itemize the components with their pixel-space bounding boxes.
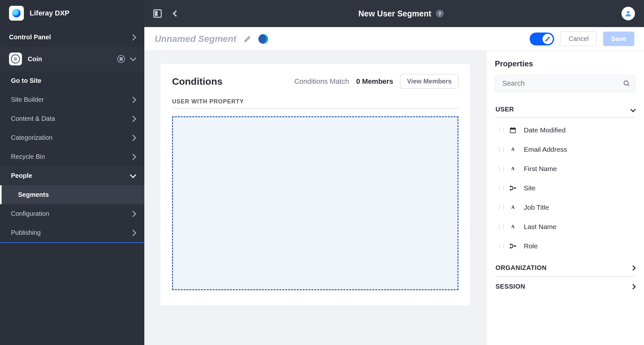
- nav-item-label: People: [11, 172, 32, 179]
- nav-segments[interactable]: Segments: [0, 185, 144, 204]
- text-type-icon: A: [508, 222, 517, 231]
- drag-handle-icon: [497, 187, 502, 189]
- toggle-sidebar-button[interactable]: [153, 8, 164, 19]
- prop-label: Date Modified: [524, 126, 566, 134]
- help-icon[interactable]: ?: [436, 10, 444, 17]
- drag-handle-icon: [497, 168, 502, 170]
- conditions-drop-zone[interactable]: [172, 116, 458, 290]
- nav-control-panel-label: Control Panel: [9, 34, 51, 41]
- text-type-icon: A: [508, 145, 517, 154]
- nav-publishing[interactable]: Publishing: [0, 223, 144, 242]
- svg-point-0: [624, 81, 628, 85]
- prop-site[interactable]: Site: [495, 178, 636, 198]
- user-avatar[interactable]: [621, 7, 635, 20]
- prop-label: First Name: [524, 165, 557, 173]
- nav-site-builder[interactable]: Site Builder: [0, 90, 144, 109]
- compass-icon: [117, 55, 125, 63]
- save-button[interactable]: Save: [603, 32, 634, 46]
- nav-people[interactable]: People: [0, 166, 144, 185]
- conditions-card: Conditions Conditions Match 0 Members Vi…: [160, 64, 470, 306]
- prop-last-name[interactable]: A Last Name: [495, 217, 636, 236]
- chevron-down-icon: [130, 172, 136, 178]
- conditions-member-count: 0 Members: [356, 77, 393, 86]
- nav-item-label: Recycle Bin: [11, 153, 45, 160]
- nav-go-to-site[interactable]: Go to Site: [0, 71, 144, 90]
- relation-icon: [508, 242, 517, 251]
- prop-first-name[interactable]: A First Name: [495, 159, 636, 178]
- nav-go-to-site-label: Go to Site: [11, 77, 41, 84]
- svg-rect-11: [514, 245, 516, 247]
- prop-label: Job Title: [524, 204, 549, 211]
- chevron-left-icon: [173, 10, 179, 17]
- nav-item-label: Site Builder: [11, 96, 44, 103]
- text-type-icon: A: [508, 164, 517, 173]
- chevron-right-icon: [130, 116, 136, 122]
- nav-recycle-bin[interactable]: Recycle Bin: [0, 147, 144, 166]
- drag-handle-icon: [497, 149, 502, 150]
- conditions-work-area: Conditions Conditions Match 0 Members Vi…: [144, 51, 486, 345]
- svg-rect-6: [510, 186, 512, 187]
- chevron-right-icon: [130, 211, 136, 217]
- nav-control-panel[interactable]: Control Panel: [0, 28, 144, 47]
- segment-title-row: Unnamed Segment Cancel Save: [144, 27, 644, 51]
- prop-group-label: USER: [495, 106, 514, 113]
- nav-categorization[interactable]: Categorization: [0, 128, 144, 147]
- edit-name-button[interactable]: [243, 34, 252, 43]
- locale-flag-icon[interactable]: [258, 34, 268, 44]
- prop-group-organization[interactable]: ORGANIZATION: [495, 260, 636, 276]
- conditions-heading: Conditions: [172, 76, 223, 87]
- svg-rect-7: [510, 189, 512, 191]
- text-type-icon: A: [508, 203, 517, 212]
- sidebar: Liferay DXP Control Panel Coin Go to Sit…: [0, 0, 144, 345]
- prop-email-address[interactable]: A Email Address: [495, 140, 636, 159]
- nav-item-label: Segments: [18, 191, 49, 198]
- sidebar-accent-line: [0, 242, 144, 243]
- prop-date-modified[interactable]: Date Modified: [495, 120, 636, 140]
- nav-item-label: Categorization: [11, 134, 53, 141]
- search-icon: [623, 80, 630, 87]
- drag-handle-icon: [497, 226, 502, 228]
- nav-people-children: Segments: [0, 185, 144, 204]
- conditions-match-label: Conditions Match: [294, 77, 349, 86]
- nav-site-name: Coin: [28, 55, 42, 63]
- prop-label: Email Address: [524, 146, 567, 153]
- active-toggle[interactable]: [530, 33, 554, 45]
- prop-label: Last Name: [524, 223, 557, 231]
- page-title: New User Segment: [358, 9, 431, 18]
- brand-row[interactable]: Liferay DXP: [0, 0, 144, 28]
- prop-job-title[interactable]: A Job Title: [495, 198, 636, 217]
- nav-item-label: Publishing: [11, 229, 41, 236]
- chevron-right-icon: [630, 265, 636, 271]
- svg-rect-8: [514, 187, 516, 189]
- prop-group-label: SESSION: [495, 283, 525, 290]
- user-icon: [624, 10, 632, 17]
- prop-group-user-items: Date Modified A Email Address A First Na…: [495, 118, 636, 258]
- segment-name[interactable]: Unnamed Segment: [155, 34, 236, 44]
- prop-group-user[interactable]: USER: [495, 101, 636, 118]
- compass-icon: [9, 53, 22, 65]
- pencil-icon: [545, 36, 551, 42]
- prop-group-session[interactable]: SESSION: [495, 278, 636, 295]
- svg-rect-4: [511, 127, 512, 129]
- nav-site-row[interactable]: Coin: [0, 47, 144, 71]
- toggle-knob: [543, 34, 553, 44]
- back-button[interactable]: [171, 9, 180, 18]
- properties-heading: Properties: [495, 59, 636, 68]
- prop-label: Site: [524, 184, 535, 192]
- properties-search-input[interactable]: [495, 75, 636, 92]
- view-members-button[interactable]: View Members: [400, 74, 458, 89]
- drag-handle-icon: [497, 129, 502, 131]
- relation-icon: [508, 184, 517, 193]
- conditions-section-label: USER WITH PROPERTY: [172, 98, 458, 109]
- cancel-button[interactable]: Cancel: [561, 32, 597, 46]
- nav-configuration[interactable]: Configuration: [0, 204, 144, 223]
- nav-content-data[interactable]: Content & Data: [0, 109, 144, 128]
- chevron-down-icon: [630, 107, 636, 112]
- brand-name: Liferay DXP: [30, 9, 70, 17]
- calendar-icon: [508, 126, 517, 135]
- chevron-right-icon: [130, 97, 136, 103]
- chevron-right-icon: [130, 154, 136, 160]
- chevron-right-icon: [130, 34, 136, 41]
- prop-role[interactable]: Role: [495, 236, 636, 256]
- prop-group-label: ORGANIZATION: [495, 264, 547, 272]
